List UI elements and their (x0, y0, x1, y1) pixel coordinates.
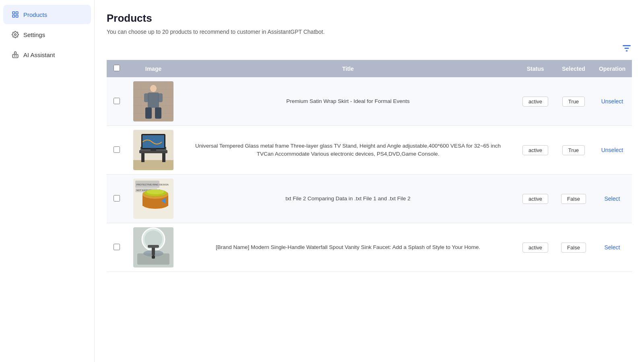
svg-rect-5 (12, 54, 18, 58)
row-checkbox-cell (107, 175, 127, 223)
main-content: Products You can choose up to 20 product… (95, 0, 644, 362)
svg-rect-35 (151, 148, 156, 151)
svg-point-4 (14, 34, 17, 36)
svg-rect-30 (162, 152, 165, 162)
row-operation-cell: Select (592, 175, 632, 223)
row-operation-cell: Unselect (592, 77, 632, 126)
row-operation-cell: Select (592, 223, 632, 272)
svg-rect-3 (16, 15, 18, 17)
operation-button-3[interactable]: Select (604, 244, 620, 251)
gear-icon (11, 31, 19, 39)
svg-point-7 (16, 56, 17, 56)
svg-rect-2 (12, 15, 14, 17)
svg-point-21 (150, 85, 157, 92)
product-image-1 (133, 130, 173, 170)
table-header: Image Title Status Selected Operation (107, 60, 632, 77)
row-checkbox-3[interactable] (114, 244, 120, 250)
selected-badge: False (561, 194, 586, 204)
sidebar-item-products[interactable]: Products (3, 5, 91, 24)
svg-rect-34 (142, 135, 164, 148)
row-title-cell: Universal Tempered Glass metal frame Thr… (180, 126, 516, 175)
status-badge: active (522, 194, 548, 204)
product-image-0 (133, 81, 173, 121)
svg-rect-28 (133, 160, 173, 170)
row-checkbox-0[interactable] (114, 98, 120, 104)
operation-button-0[interactable]: Unselect (601, 98, 623, 105)
row-operation-cell: Unselect (592, 126, 632, 175)
col-title: Title (180, 60, 516, 77)
table-row: [Brand Name] Modern Single-Handle Waterf… (107, 223, 632, 272)
robot-icon (11, 51, 19, 59)
row-checkbox-2[interactable] (114, 195, 120, 202)
sidebar-label-products: Products (23, 11, 47, 18)
row-image-cell (127, 77, 180, 126)
row-title-cell: Premium Satin Wrap Skirt - Ideal for For… (180, 77, 516, 126)
filter-container (107, 43, 632, 56)
selected-badge: False (561, 243, 586, 253)
table-body: Premium Satin Wrap Skirt - Ideal for For… (107, 77, 632, 272)
row-status-cell: active (516, 77, 555, 126)
col-image: Image (127, 60, 180, 77)
col-status: Status (516, 60, 555, 77)
row-checkbox-1[interactable] (114, 146, 120, 153)
status-badge: active (522, 145, 548, 155)
row-status-cell: active (516, 175, 555, 223)
svg-rect-55 (152, 255, 155, 259)
row-selected-cell: False (555, 223, 592, 272)
row-checkbox-cell (107, 223, 127, 272)
table-row: PROTECTIVE RING DESIGN NOT EASY TO DUMP … (107, 175, 632, 223)
select-all-checkbox[interactable] (114, 65, 120, 71)
col-selected: Selected (555, 60, 592, 77)
status-badge: active (522, 97, 548, 107)
sidebar-item-ai-assistant[interactable]: AI Assistant (3, 45, 91, 64)
product-image-3 (133, 227, 173, 267)
sidebar: Products Settings AI Assistant (0, 0, 95, 362)
row-selected-cell: True (555, 77, 592, 126)
sidebar-label-ai-assistant: AI Assistant (23, 51, 55, 58)
svg-rect-29 (141, 152, 144, 162)
grid-icon (11, 10, 19, 19)
svg-rect-26 (158, 93, 163, 102)
svg-point-6 (14, 56, 15, 56)
row-selected-cell: False (555, 175, 592, 223)
col-checkbox (107, 60, 127, 77)
status-badge: active (522, 243, 548, 253)
operation-button-2[interactable]: Select (604, 195, 620, 202)
row-image-cell (127, 126, 180, 175)
svg-rect-1 (16, 12, 18, 14)
row-checkbox-cell (107, 126, 127, 175)
row-status-cell: active (516, 223, 555, 272)
product-image-2: PROTECTIVE RING DESIGN NOT EASY TO DUMP (133, 179, 173, 219)
selected-badge: True (562, 97, 585, 107)
row-checkbox-cell (107, 77, 127, 126)
filter-button[interactable] (621, 43, 632, 56)
row-status-cell: active (516, 126, 555, 175)
products-table: Image Title Status Selected Operation (107, 60, 632, 272)
svg-rect-54 (148, 245, 159, 248)
row-selected-cell: True (555, 126, 592, 175)
svg-rect-24 (155, 107, 161, 119)
row-image-cell (127, 223, 180, 272)
row-title-cell: txt File 2 Comparing Data in .txt File 1… (180, 175, 516, 223)
operation-button-1[interactable]: Unselect (601, 147, 623, 153)
table-row: Universal Tempered Glass metal frame Thr… (107, 126, 632, 175)
svg-rect-22 (148, 93, 159, 108)
row-image-cell: PROTECTIVE RING DESIGN NOT EASY TO DUMP (127, 175, 180, 223)
col-operation: Operation (592, 60, 632, 77)
row-title-cell: [Brand Name] Modern Single-Handle Waterf… (180, 223, 516, 272)
table-row: Premium Satin Wrap Skirt - Ideal for For… (107, 77, 632, 126)
svg-rect-25 (144, 93, 149, 102)
svg-point-46 (147, 189, 164, 194)
sidebar-item-settings[interactable]: Settings (3, 25, 91, 44)
svg-rect-0 (12, 12, 14, 14)
svg-rect-23 (145, 107, 152, 119)
page-title: Products (107, 12, 632, 25)
selected-badge: True (562, 145, 585, 155)
page-subtitle: You can choose up to 20 products to reco… (107, 29, 632, 35)
svg-text:PROTECTIVE RING DESIGN: PROTECTIVE RING DESIGN (136, 183, 169, 186)
sidebar-label-settings: Settings (23, 31, 45, 38)
